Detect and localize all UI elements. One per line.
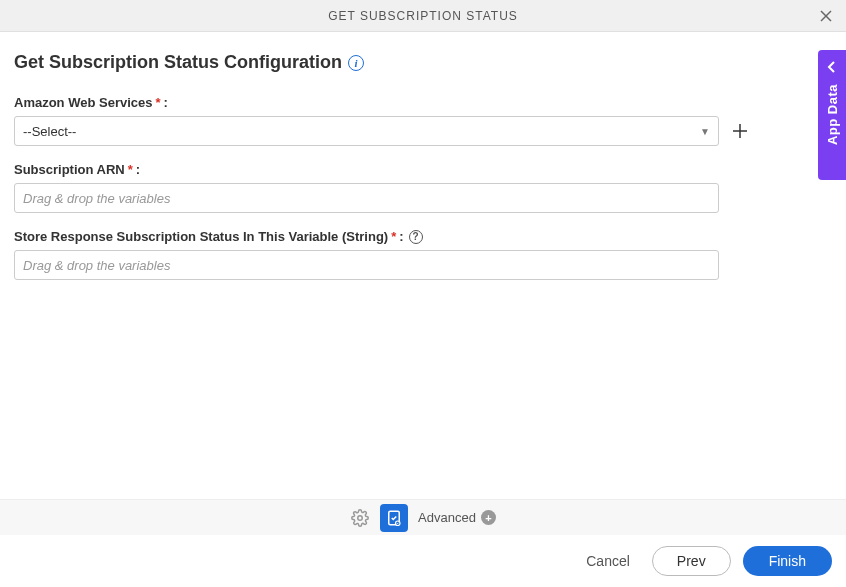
finish-button[interactable]: Finish <box>743 546 832 576</box>
aws-label: Amazon Web Services <box>14 95 152 110</box>
colon: : <box>164 95 168 110</box>
field-arn: Subscription ARN*: <box>14 162 832 213</box>
advanced-label: Advanced <box>418 510 476 525</box>
svg-point-4 <box>358 515 363 520</box>
store-var-label: Store Response Subscription Status In Th… <box>14 229 388 244</box>
close-icon <box>819 9 833 23</box>
arn-label-row: Subscription ARN*: <box>14 162 832 177</box>
cancel-button[interactable]: Cancel <box>576 547 640 575</box>
required-mark: * <box>128 162 133 177</box>
validate-button[interactable] <box>380 504 408 532</box>
prev-button[interactable]: Prev <box>652 546 731 576</box>
store-var-input[interactable] <box>14 250 719 280</box>
store-var-label-row: Store Response Subscription Status In Th… <box>14 229 832 244</box>
aws-select-value: --Select-- <box>23 124 76 139</box>
app-data-label: App Data <box>825 84 840 145</box>
plus-circle-icon: + <box>481 510 496 525</box>
form-content: Get Subscription Status Configuration i … <box>0 32 846 280</box>
plus-icon <box>732 123 748 139</box>
footer: Cancel Prev Finish <box>0 535 846 587</box>
modal-title: GET SUBSCRIPTION STATUS <box>328 9 518 23</box>
colon: : <box>399 229 403 244</box>
aws-select-row: --Select-- ▼ <box>14 116 832 146</box>
advanced-toggle[interactable]: Advanced + <box>418 510 496 525</box>
bottom-toolbar: Advanced + <box>0 499 846 535</box>
chevron-down-icon: ▼ <box>700 126 710 137</box>
close-button[interactable] <box>816 6 836 26</box>
required-mark: * <box>155 95 160 110</box>
field-store-var: Store Response Subscription Status In Th… <box>14 229 832 280</box>
app-data-tab[interactable]: App Data <box>818 50 846 180</box>
aws-label-row: Amazon Web Services*: <box>14 95 832 110</box>
settings-button[interactable] <box>350 508 370 528</box>
colon: : <box>136 162 140 177</box>
field-aws: Amazon Web Services*: --Select-- ▼ <box>14 95 832 146</box>
arn-input[interactable] <box>14 183 719 213</box>
page-title: Get Subscription Status Configuration <box>14 52 342 73</box>
check-clipboard-icon <box>385 509 403 527</box>
modal-header: GET SUBSCRIPTION STATUS <box>0 0 846 32</box>
gear-icon <box>351 509 369 527</box>
help-icon[interactable]: ? <box>409 230 423 244</box>
page-title-row: Get Subscription Status Configuration i <box>14 52 832 73</box>
aws-add-button[interactable] <box>729 120 751 142</box>
arn-label: Subscription ARN <box>14 162 125 177</box>
chevron-left-icon <box>827 60 837 76</box>
aws-select[interactable]: --Select-- ▼ <box>14 116 719 146</box>
required-mark: * <box>391 229 396 244</box>
info-icon[interactable]: i <box>348 55 364 71</box>
